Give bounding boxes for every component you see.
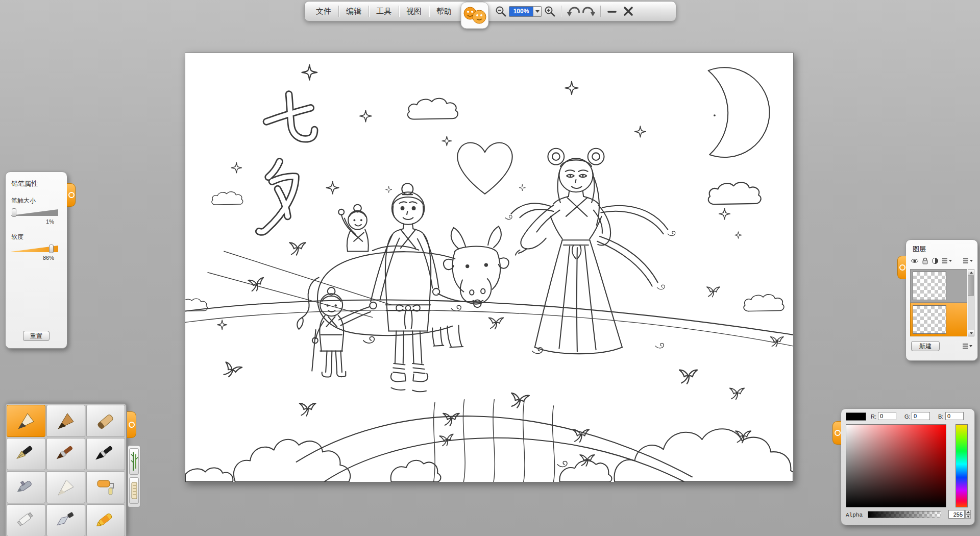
close-button[interactable] [621,4,635,18]
chevron-down-icon [535,10,540,13]
scroll-icon [131,479,138,502]
menu-tools[interactable]: 工具 [369,2,399,21]
scroll-tool-button[interactable] [129,477,139,504]
tool-pastel-stick[interactable] [86,405,125,437]
menu-view[interactable]: 视图 [399,2,429,21]
softness-slider[interactable] [11,245,60,253]
layers-panel: 图层 [905,239,978,361]
bamboo-tool-button[interactable] [129,448,139,475]
brush-size-handle[interactable] [12,208,16,217]
pencil-panel-title: 铅笔属性 [11,179,61,188]
heart-outline [457,143,512,194]
tool-pencil[interactable] [7,405,45,437]
visibility-eye-icon[interactable] [911,257,919,264]
spin-down-button[interactable] [965,515,971,519]
tool-paper-stump[interactable] [46,471,85,503]
softness-label: 软度 [11,233,61,241]
drawing-canvas[interactable] [185,53,794,482]
zoom-out-icon [495,5,507,17]
hue-bar[interactable] [955,424,968,507]
chevron-down-icon [967,516,970,518]
layer-1-thumbnail [913,272,946,300]
red-input[interactable] [878,412,896,420]
scroll-up-button[interactable] [968,270,974,276]
close-icon [622,5,634,17]
tool-paint-roller[interactable] [86,471,125,503]
zoom-level-input[interactable] [509,6,533,17]
minimize-icon [606,6,618,17]
menu-list-icon [962,343,968,349]
layers-list [910,269,974,336]
zoom-in-button[interactable] [543,4,557,18]
red-label: R: [871,413,876,420]
color-picker-panel: R: G: B: Alpha [841,408,975,525]
pencil-properties-panel: 铅笔属性 笔触大小 1% 软度 86% 重置 [5,172,67,349]
brush-size-track[interactable] [11,209,58,216]
tools-panel-tab[interactable] [127,411,136,438]
brush-size-label: 笔触大小 [11,197,61,205]
layers-bottom-menu[interactable] [962,343,972,349]
tool-airbrush[interactable] [7,471,45,503]
reset-button[interactable]: 重置 [23,331,50,341]
clouds-group [185,99,784,311]
blue-input[interactable] [945,412,964,420]
minimize-button[interactable] [605,4,619,18]
menu-list-icon [942,258,948,264]
layer-row-1[interactable] [910,269,967,303]
chevron-down-icon [969,345,972,347]
tool-fountain-pen[interactable] [7,438,45,470]
menu-edit[interactable]: 编辑 [339,2,369,21]
layer-row-2[interactable] [910,303,967,336]
magpies-group [222,242,783,466]
softness-handle[interactable] [49,245,54,253]
tool-paint-brush[interactable] [46,438,85,470]
menu-help[interactable]: 帮助 [429,2,459,21]
zoom-out-button[interactable] [494,4,508,18]
tool-palette-knife[interactable] [46,504,85,536]
brush-size-slider[interactable] [11,208,60,217]
undo-icon [566,5,580,18]
redo-button[interactable] [582,4,596,18]
crayon-icon [94,509,117,532]
tool-ink-brush[interactable] [86,438,125,470]
undo-button[interactable] [566,4,580,18]
alpha-input[interactable] [948,510,965,519]
blue-label: B: [938,413,943,420]
tool-paint-tube[interactable] [7,504,45,536]
alpha-slider[interactable] [868,511,941,518]
chevron-down-icon [970,332,973,334]
new-layer-button[interactable]: 新建 [911,341,940,351]
green-label: G: [904,413,911,420]
color-panel-tab[interactable] [832,421,841,445]
colored-pencil-icon [54,409,78,433]
saturation-value-box[interactable] [846,424,946,507]
softness-value: 86% [11,255,61,261]
current-color-swatch [846,412,866,421]
green-input[interactable] [912,412,930,420]
tools-side-strip [128,445,140,507]
menu-file[interactable]: 文件 [309,2,338,21]
scroll-down-button[interactable] [968,330,974,336]
layers-panel-tab[interactable] [897,256,906,279]
lock-icon[interactable] [922,257,928,264]
spin-up-button[interactable] [965,510,971,515]
chevron-up-icon [970,272,973,274]
tool-colored-pencil[interactable] [46,405,85,437]
pencil-panel-tab[interactable] [67,183,76,207]
tools-panel [5,403,127,536]
alpha-label: Alpha [846,512,863,518]
redo-icon [582,5,596,18]
layer-extra-menu[interactable] [963,258,973,264]
scrollbar-thumb[interactable] [968,276,974,296]
chevron-down-icon [970,260,973,262]
layers-scrollbar[interactable] [968,269,974,336]
tool-crayon[interactable] [86,504,125,536]
zoom-in-icon [544,5,556,17]
top-toolbar: 文件 编辑 工具 视图 帮助 [304,1,676,21]
zoom-dropdown-button[interactable] [533,6,542,17]
layer-options-menu[interactable] [942,258,952,264]
cowherd [370,183,474,392]
blend-contrast-icon[interactable] [932,257,939,264]
app-logo-icon[interactable] [460,1,489,30]
wind-swirls-group [363,305,664,467]
